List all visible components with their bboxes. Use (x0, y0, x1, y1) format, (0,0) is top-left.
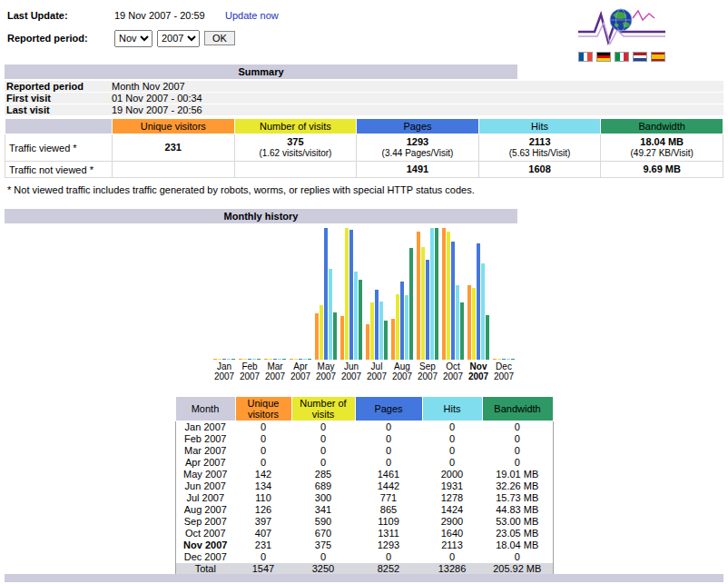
month-cell: Dec 2007 (175, 551, 235, 563)
value-cell: 0 (355, 421, 422, 434)
update-now-link[interactable]: Update now (225, 10, 279, 21)
bar (303, 359, 307, 360)
value-cell: 1608 (478, 162, 601, 178)
value-cell: 142 (235, 469, 291, 480)
month-cell: May 2007 (175, 469, 235, 480)
bar-group (212, 359, 237, 360)
value-cell: 1109 (355, 516, 422, 528)
table-row: Mar 200700000 (175, 445, 553, 457)
bar (320, 305, 323, 360)
value-cell (234, 162, 357, 178)
bar (379, 302, 383, 360)
value-cell: 231 (235, 539, 291, 551)
bar (467, 285, 471, 360)
bar (370, 302, 374, 360)
summary-info-row: Reported period Month Nov 2007 (5, 81, 723, 93)
bar (417, 232, 420, 360)
summary-info-row: Last visit 19 Nov 2007 - 20:56 (5, 104, 723, 116)
next-section-bar (5, 574, 723, 582)
value-cell: 2113 (422, 539, 482, 551)
value-cell: 0 (291, 457, 355, 469)
bar (213, 359, 217, 360)
bar (257, 359, 261, 360)
reported-period-label: Reported period: (7, 33, 114, 44)
value-cell: 1293 (355, 539, 422, 551)
value-cell: 0 (422, 445, 482, 457)
value-cell: 1931 (422, 480, 482, 492)
value-cell: 0 (422, 421, 482, 434)
value-cell: 134 (235, 480, 291, 492)
value-cell: 2900 (422, 516, 482, 528)
value-cell: 397 (235, 516, 291, 528)
bar (248, 359, 251, 360)
value-cell: 0 (235, 445, 291, 457)
row-label: Traffic viewed * (5, 134, 113, 162)
value-cell: 0 (291, 433, 355, 445)
col-hits: Hits (478, 119, 601, 134)
col-month: Month (175, 397, 235, 421)
value-cell: 0 (482, 445, 553, 457)
bar (359, 280, 362, 360)
bar (451, 242, 455, 360)
value-cell: 407 (235, 528, 291, 539)
logo-block (573, 7, 671, 62)
col-bandwidth: Bandwidth (482, 397, 553, 421)
bar (329, 269, 332, 360)
value-cell: 18.04 MB(49.27 KB/Visit) (601, 134, 723, 162)
traffic-viewed-row: Traffic viewed * 231 375(1.62 visits/vis… (5, 134, 723, 162)
value-cell: 32.26 MB (482, 480, 553, 492)
flag-es-icon[interactable] (651, 52, 665, 62)
traffic-not-viewed-row: Traffic not viewed * 1491 1608 9.69 MB (5, 162, 723, 178)
bar-group (237, 359, 262, 360)
monthly-header-row: Month Unique visitors Number of visits P… (175, 397, 553, 421)
value-cell: 0 (355, 445, 422, 457)
bar (507, 359, 510, 360)
value-cell: 0 (482, 457, 553, 469)
x-axis-label: Feb2007 (237, 361, 262, 381)
x-axis-label: Mar2007 (262, 361, 288, 381)
value-cell: 1278 (422, 492, 482, 504)
value-cell: 689 (291, 480, 355, 492)
bar (493, 359, 497, 360)
bar (243, 359, 247, 360)
x-axis-label: Jan2007 (212, 361, 237, 381)
month-select[interactable]: Nov (114, 30, 152, 47)
value-cell: 0 (235, 421, 291, 434)
info-label: Reported period (6, 81, 112, 92)
table-row: Feb 200700000 (175, 433, 553, 445)
bar (396, 294, 399, 360)
table-row: Dec 200700000 (175, 551, 553, 563)
bar (442, 228, 446, 360)
value-cell: 1311 (355, 528, 422, 539)
summary-table: Unique visitors Number of visits Pages H… (5, 118, 723, 178)
bar (231, 359, 235, 360)
value-cell: 110 (235, 492, 291, 504)
bar-group (313, 228, 339, 360)
table-row: Jul 2007110300771127815.73 MB (175, 492, 553, 504)
value-cell: 231 (113, 134, 235, 162)
value-cell (113, 162, 235, 178)
col-hits: Hits (422, 397, 482, 421)
value-cell: 341 (291, 504, 355, 516)
value-cell: 0 (291, 421, 355, 434)
value-cell: 0 (235, 457, 291, 469)
flag-de-icon[interactable] (596, 52, 611, 62)
info-value: 01 Nov 2007 - 00:34 (112, 93, 202, 104)
bar (426, 260, 429, 360)
bar (391, 319, 395, 360)
ok-button[interactable]: OK (204, 31, 235, 45)
bar-group (288, 359, 313, 360)
value-cell: 0 (291, 551, 355, 563)
flag-fr-icon[interactable] (578, 52, 593, 62)
value-cell: 0 (291, 445, 355, 457)
summary-info-row: First visit 01 Nov 2007 - 00:34 (5, 93, 723, 104)
month-cell: Aug 2007 (175, 504, 235, 516)
table-row: Oct 20074076701311164023.05 MB (175, 528, 553, 539)
col-pages: Pages (355, 397, 422, 421)
flag-it-icon[interactable] (615, 52, 629, 62)
bar (227, 359, 231, 360)
col-number-of-visits: Number of visits (234, 119, 357, 134)
year-select[interactable]: 2007 (157, 30, 200, 47)
flag-nl-icon[interactable] (633, 52, 647, 62)
value-cell: 23.05 MB (482, 528, 553, 539)
